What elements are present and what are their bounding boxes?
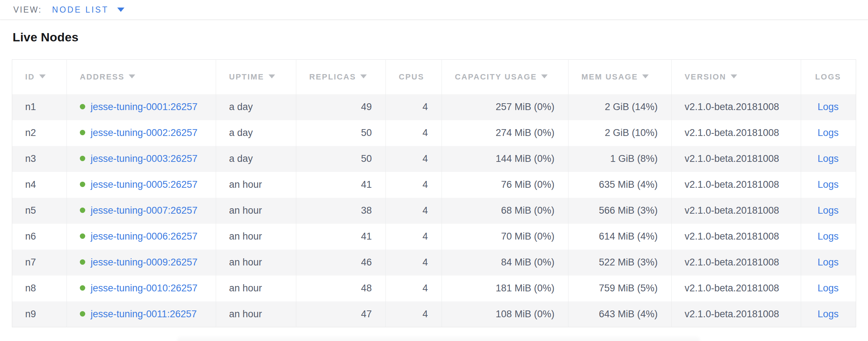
node-logs-link[interactable]: Logs	[818, 257, 839, 268]
cell-id: n4	[12, 172, 67, 198]
cell-value: v2.1.0-beta.20181008	[685, 127, 779, 138]
cell-value: 614 MiB (4%)	[599, 231, 658, 242]
table-row: n1jesse-tuning-0001:26257a day494257 MiB…	[12, 94, 856, 120]
node-logs-link[interactable]: Logs	[818, 101, 839, 112]
cell-mem: 566 MiB (3%)	[568, 198, 672, 224]
node-logs-link[interactable]: Logs	[818, 179, 839, 190]
cell-id: n5	[12, 198, 67, 224]
cell-cpus: 4	[386, 94, 442, 120]
cell-value: 70 MiB (0%)	[501, 231, 554, 242]
sort-desc-icon	[129, 74, 135, 78]
node-live-status-icon	[80, 130, 85, 135]
cell-value: 1 GiB (8%)	[610, 153, 658, 164]
cell-value: a day	[229, 127, 253, 138]
cell-value: an hour	[229, 283, 262, 294]
cell-capacity: 274 MiB (0%)	[442, 120, 568, 146]
column-header-address[interactable]: ADDRESS	[67, 60, 216, 94]
live-nodes-table: IDADDRESSUPTIMEREPLICASCPUSCAPACITY USAG…	[12, 59, 856, 327]
column-header-logs: LOGS	[801, 60, 856, 94]
cell-logs: Logs	[801, 172, 856, 198]
node-address-link[interactable]: jesse-tuning-0007:26257	[91, 205, 197, 216]
cell-cpus: 4	[386, 276, 442, 301]
node-logs-link[interactable]: Logs	[818, 127, 839, 138]
cell-id: n1	[12, 94, 67, 120]
view-label: VIEW:	[13, 5, 42, 15]
cell-value: a day	[229, 153, 253, 164]
sort-desc-icon	[541, 74, 548, 78]
cell-value: 635 MiB (4%)	[599, 179, 658, 190]
sort-desc-icon	[731, 74, 737, 78]
cell-id: n6	[12, 224, 67, 250]
cell-value: 4	[422, 127, 428, 138]
column-header-uptime[interactable]: UPTIME	[216, 60, 296, 94]
node-address-link[interactable]: jesse-tuning-0005:26257	[91, 179, 197, 190]
cell-cpus: 4	[386, 146, 442, 172]
column-header-capacity[interactable]: CAPACITY USAGE	[442, 60, 568, 94]
cell-address: jesse-tuning-0003:26257	[67, 146, 216, 172]
cell-capacity: 108 MiB (0%)	[442, 301, 568, 327]
node-logs-link[interactable]: Logs	[818, 205, 839, 216]
cell-value: an hour	[229, 231, 262, 242]
cell-value: 257 MiB (0%)	[495, 101, 554, 112]
cell-value: 41	[361, 179, 372, 190]
column-header-label: UPTIME	[229, 72, 264, 81]
node-address-link[interactable]: jesse-tuning-0002:26257	[91, 127, 197, 138]
page-title: Live Nodes	[13, 29, 868, 45]
node-logs-link[interactable]: Logs	[818, 309, 839, 319]
node-logs-link[interactable]: Logs	[818, 283, 839, 294]
column-header-version[interactable]: VERSION	[672, 60, 801, 94]
view-dropdown-value[interactable]: NODE LIST	[52, 5, 109, 15]
cell-value: 522 MiB (3%)	[599, 257, 658, 268]
node-address-link[interactable]: jesse-tuning-0001:26257	[91, 101, 197, 112]
cell-uptime: an hour	[216, 301, 296, 327]
cell-uptime: a day	[216, 120, 296, 146]
cell-replicas: 41	[296, 172, 386, 198]
cell-version: v2.1.0-beta.20181008	[672, 94, 801, 120]
cell-address: jesse-tuning-0001:26257	[67, 94, 216, 120]
cell-cpus: 4	[386, 120, 442, 146]
chevron-down-icon[interactable]	[117, 8, 124, 12]
node-address-link[interactable]: jesse-tuning-0006:26257	[91, 231, 197, 242]
cell-replicas: 46	[296, 250, 386, 276]
table-row: n8jesse-tuning-0010:26257an hour484181 M…	[12, 276, 856, 301]
node-logs-link[interactable]: Logs	[818, 153, 839, 164]
node-address-link[interactable]: jesse-tuning-0010:26257	[91, 283, 197, 294]
node-address-link[interactable]: jesse-tuning-0003:26257	[91, 153, 197, 164]
cell-value: n2	[25, 127, 36, 138]
cell-value: 274 MiB (0%)	[495, 127, 554, 138]
table-row: n7jesse-tuning-0009:26257an hour46484 Mi…	[12, 250, 856, 276]
cell-value: n3	[25, 153, 36, 164]
cell-value: 41	[361, 231, 372, 242]
cell-value: v2.1.0-beta.20181008	[685, 153, 779, 164]
cell-id: n9	[12, 301, 67, 327]
cell-mem: 643 MiB (4%)	[568, 301, 672, 327]
cell-value: 181 MiB (0%)	[495, 283, 554, 294]
node-address-link[interactable]: jesse-tuning-0011:26257	[91, 309, 197, 319]
cell-capacity: 70 MiB (0%)	[442, 224, 568, 250]
cell-value: 144 MiB (0%)	[495, 153, 554, 164]
cell-logs: Logs	[801, 94, 856, 120]
node-live-status-icon	[80, 208, 85, 213]
column-header-label: VERSION	[685, 72, 726, 81]
cell-cpus: 4	[386, 172, 442, 198]
node-address-link[interactable]: jesse-tuning-0009:26257	[91, 257, 197, 268]
node-logs-link[interactable]: Logs	[818, 231, 839, 242]
cell-value: an hour	[229, 257, 262, 268]
sort-desc-icon	[39, 74, 46, 78]
cell-cpus: 4	[386, 301, 442, 327]
column-header-mem[interactable]: MEM USAGE	[568, 60, 672, 94]
cell-value: 4	[422, 179, 428, 190]
node-live-status-icon	[80, 104, 85, 109]
cell-value: n8	[25, 283, 36, 294]
cell-mem: 614 MiB (4%)	[568, 224, 672, 250]
column-header-id[interactable]: ID	[12, 60, 67, 94]
cell-id: n2	[12, 120, 67, 146]
cell-value: 84 MiB (0%)	[501, 257, 554, 268]
view-selector-bar: VIEW: NODE LIST	[0, 0, 868, 20]
cell-address: jesse-tuning-0011:26257	[67, 301, 216, 327]
cell-mem: 2 GiB (10%)	[568, 120, 672, 146]
column-header-replicas[interactable]: REPLICAS	[296, 60, 386, 94]
cell-cpus: 4	[386, 224, 442, 250]
cell-cpus: 4	[386, 198, 442, 224]
cell-address: jesse-tuning-0002:26257	[67, 120, 216, 146]
